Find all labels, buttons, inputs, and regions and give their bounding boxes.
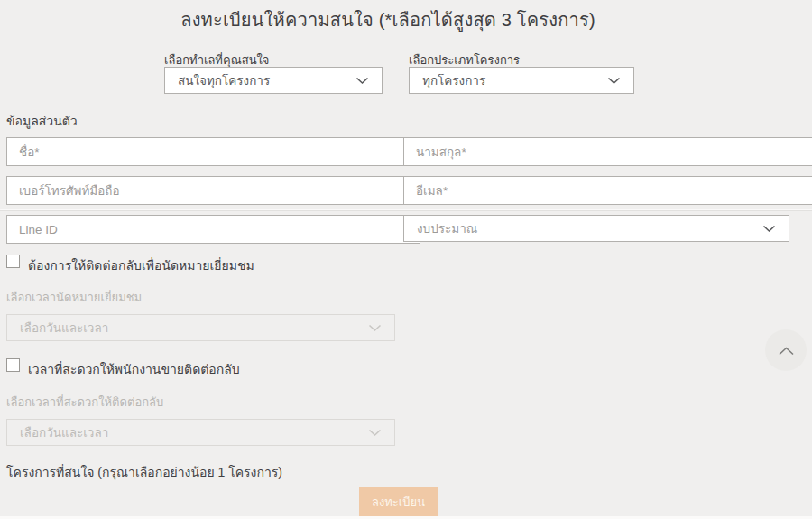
visit-time-select: เลือกวันและเวลา (6, 314, 395, 341)
location-select[interactable]: สนใจทุกโครงการ (164, 67, 383, 94)
first-name-input[interactable] (6, 137, 420, 166)
project-type-select[interactable]: ทุกโครงการ (409, 67, 634, 94)
line-id-input[interactable] (6, 215, 420, 244)
visit-callback-checkbox[interactable] (6, 255, 20, 268)
register-button[interactable]: ลงทะเบียน (359, 487, 438, 518)
scroll-to-top-button[interactable] (765, 329, 807, 371)
email-input[interactable] (403, 176, 812, 205)
sales-callback-checkbox-label: เวลาที่สะดวกให้พนักงานขายติดต่อกลับ (28, 359, 240, 379)
chevron-up-icon (778, 346, 795, 356)
callback-time-select-label: เลือกเวลาที่สะดวกให้ติดต่อกลับ (6, 393, 163, 412)
chevron-down-icon (607, 77, 621, 85)
project-type-select-value: ทุกโครงการ (422, 70, 485, 90)
mobile-phone-input[interactable] (6, 176, 420, 205)
chevron-down-icon (355, 77, 369, 85)
last-name-input[interactable] (403, 137, 812, 166)
callback-time-select: เลือกวันและเวลา (6, 419, 395, 446)
callback-time-select-placeholder: เลือกวันและเวลา (20, 422, 108, 442)
chevron-down-icon (762, 225, 776, 233)
visit-time-select-label: เลือกเวลานัดหมายเยี่ยมชม (6, 288, 142, 307)
location-select-value: สนใจทุกโครงการ (178, 70, 270, 90)
visit-time-select-placeholder: เลือกวันและเวลา (20, 318, 108, 338)
chevron-down-icon (368, 324, 382, 332)
page-title: ลงทะเบียนให้ความสนใจ (*เลือกได้สูงสุด 3 … (0, 5, 776, 34)
chevron-down-icon (368, 429, 382, 437)
budget-select-value: งบประมาณ (417, 218, 477, 238)
section-divider (0, 210, 812, 211)
sales-callback-checkbox[interactable] (6, 358, 20, 372)
personal-info-heading: ข้อมูลส่วนตัว (6, 111, 78, 131)
register-button-label: ลงทะเบียน (372, 493, 425, 512)
budget-select[interactable]: งบประมาณ (403, 215, 789, 242)
visit-callback-checkbox-label: ต้องการให้ติดต่อกลับเพื่อนัดหมายเยี่ยมชม (28, 255, 254, 275)
projects-heading: โครงการที่สนใจ (กรุณาเลือกอย่างน้อย 1 โค… (6, 462, 282, 482)
